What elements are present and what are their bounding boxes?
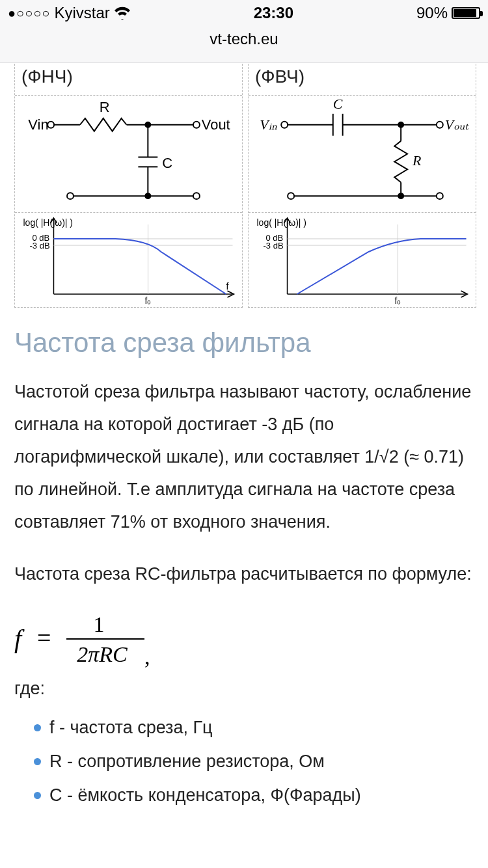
svg-point-3: [193, 122, 200, 128]
svg-point-29: [437, 193, 443, 199]
section-heading: Частота среза фильтра: [14, 327, 476, 359]
svg-point-11: [193, 193, 200, 199]
list-item: R - сопротивление резистора, Ом: [34, 747, 476, 776]
r-label: R: [100, 99, 110, 115]
svg-point-30: [398, 193, 403, 198]
carrier-label: Kyivstar: [54, 4, 109, 22]
xlabel: f: [226, 281, 229, 292]
ylabel2: log( |H(jω)| ): [257, 217, 307, 228]
c-label2: C: [333, 96, 343, 112]
vin-label: Vin: [28, 116, 48, 133]
hpf-schematic: Vᵢₙ Vₒᵤₜ C R: [249, 96, 476, 213]
list-item: f - частота среза, Гц: [34, 713, 476, 742]
wifi-icon: [114, 7, 131, 20]
svg-point-0: [47, 122, 54, 128]
cutoff-formula: f = 1 2πRC ,: [14, 610, 476, 668]
vout-label2: Vₒᵤₜ: [445, 117, 469, 133]
url-text: vt-tech.eu: [210, 30, 278, 47]
vin-label2: Vᵢₙ: [260, 117, 277, 133]
vout-label: Vout: [202, 116, 230, 133]
formula-eq: =: [37, 624, 51, 651]
svg-point-12: [145, 193, 150, 198]
tick-3db2: -3 dB: [264, 241, 284, 251]
lpf-bode-plot: log( |H(jω)| ) 0 dB -3 dB f f₀: [15, 213, 242, 307]
filter-label-hpf: (ФВЧ): [249, 64, 476, 96]
filters-table: (ФНЧ): [14, 64, 476, 308]
c-label: C: [162, 155, 172, 171]
formula-comma: ,: [144, 645, 150, 668]
filter-col-lpf: (ФНЧ): [14, 64, 243, 308]
f0-label: f₀: [145, 295, 152, 306]
r-label2: R: [412, 153, 421, 169]
paragraph-1: Частотой среза фильтра называют частоту,…: [14, 375, 476, 538]
signal-dots-icon: ●○○○○: [8, 6, 50, 21]
formula-den: 2πRC: [77, 642, 128, 666]
status-left: ●○○○○ Kyivstar: [8, 4, 131, 22]
svg-point-9: [67, 193, 74, 199]
ylabel: log( |H(jω)| ): [23, 217, 74, 228]
svg-point-27: [288, 193, 294, 199]
hpf-bode-plot: log( |H(jω)| ) 0 dB -3 dB f₀: [249, 213, 476, 307]
lpf-schematic: Vin Vout R C: [15, 96, 242, 213]
battery-percent: 90%: [416, 4, 448, 22]
filter-col-hpf: (ФВЧ): [248, 64, 476, 308]
battery-icon: [452, 7, 480, 19]
browser-url-bar[interactable]: vt-tech.eu: [0, 26, 488, 62]
status-right: 90%: [416, 4, 480, 22]
where-label: где:: [14, 679, 476, 699]
status-bar: ●○○○○ Kyivstar 23:30 90%: [0, 0, 488, 26]
filter-label-lpf: (ФНЧ): [15, 64, 242, 96]
list-item: C - ёмкость конденсатора, Ф(Фарады): [34, 781, 476, 809]
f0-label2: f₀: [395, 295, 401, 306]
svg-point-23: [437, 122, 443, 128]
formula-f: f: [14, 624, 25, 653]
definition-list: f - частота среза, Гц R - сопротивление …: [14, 713, 476, 809]
clock: 23:30: [254, 4, 293, 22]
tick-3db: -3 dB: [30, 241, 50, 251]
paragraph-2: Частота среза RC-фильтра расчитывается п…: [14, 558, 476, 590]
svg-point-18: [281, 122, 288, 128]
page-content[interactable]: (ФНЧ): [0, 64, 488, 809]
formula-num: 1: [94, 612, 105, 636]
